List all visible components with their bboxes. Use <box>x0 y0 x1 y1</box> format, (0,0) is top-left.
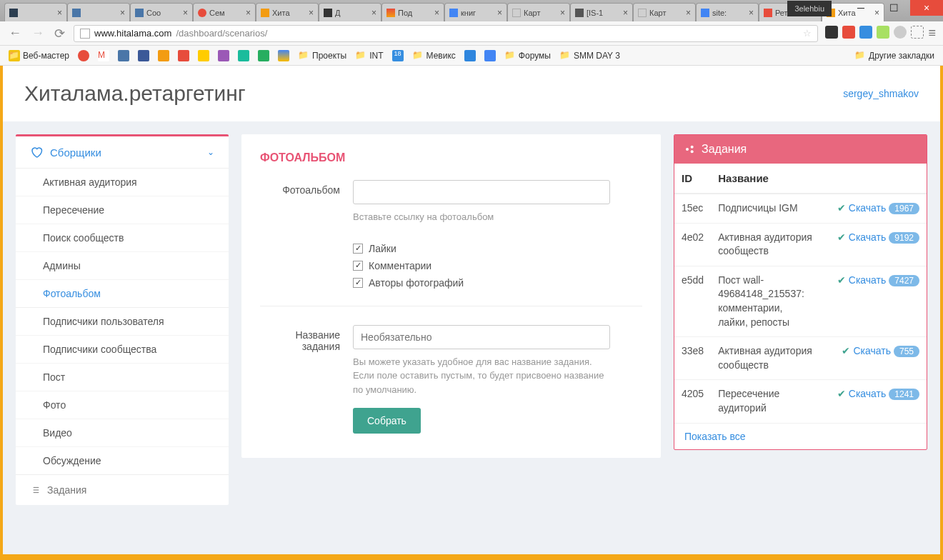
close-icon[interactable]: × <box>309 8 314 18</box>
browser-tab[interactable]: Под× <box>381 3 444 21</box>
user-link[interactable]: sergey_shmakov <box>843 88 919 99</box>
download-link[interactable]: Скачать <box>853 345 891 356</box>
check-icon: ✔ <box>837 202 846 214</box>
checkbox-authors[interactable]: ✓ Авторы фотографий <box>353 274 642 291</box>
ext-icon[interactable] <box>877 26 889 39</box>
close-icon[interactable]: × <box>371 8 376 18</box>
close-icon[interactable]: × <box>246 8 251 18</box>
bookmark[interactable] <box>175 49 192 63</box>
download-link[interactable]: Скачать <box>849 274 887 286</box>
browser-tab[interactable]: Д× <box>319 3 381 21</box>
sidebar-tasks[interactable]: Задания <box>16 474 229 505</box>
sidebar-item-active[interactable]: Фотоальбом <box>16 279 229 307</box>
bookmark[interactable] <box>275 49 292 63</box>
bookmark[interactable]: 📁Веб-мастер <box>6 49 72 63</box>
close-icon[interactable]: × <box>120 8 125 18</box>
address-bar[interactable]: www.hitalama.com/dashboard/scenarios/ ☆ <box>74 25 818 42</box>
sidebar-item[interactable]: Видео <box>16 419 229 446</box>
bookmark[interactable]: 18 <box>389 49 406 63</box>
tab-title: Карт <box>649 9 683 17</box>
browser-user[interactable]: 3elehbiu <box>787 1 832 16</box>
page-icon <box>80 29 90 39</box>
browser-tab[interactable]: Сем× <box>193 3 256 21</box>
browser-tab[interactable]: × <box>67 3 130 21</box>
sidebar-item[interactable]: Админы <box>16 251 229 279</box>
nav-forward[interactable]: → <box>30 26 46 41</box>
url-path: /dashboard/scenarios/ <box>176 28 267 39</box>
bookmark[interactable]: 📁Форумы <box>502 49 554 63</box>
album-input[interactable] <box>353 180 610 204</box>
url-host: www.hitalama.com <box>94 28 171 39</box>
star-icon[interactable]: ☆ <box>803 28 812 39</box>
ext-icon[interactable] <box>825 26 838 39</box>
window-minimize[interactable]: ─ <box>844 0 877 16</box>
sidebar-item[interactable]: Пост <box>16 363 229 391</box>
bookmark[interactable] <box>75 49 92 63</box>
browser-tab[interactable]: книг× <box>444 3 507 21</box>
bookmark[interactable] <box>235 49 252 63</box>
ext-icon[interactable] <box>911 26 924 39</box>
nav-back[interactable]: ← <box>7 26 23 41</box>
sidebar-item[interactable]: Активная аудитория <box>16 169 229 196</box>
bookmark[interactable]: 📁INT <box>352 49 386 63</box>
window-maximize[interactable]: ☐ <box>877 0 910 16</box>
bookmark[interactable]: 📁SMM DAY 3 <box>557 49 623 63</box>
task-id: 33e8 <box>674 337 711 380</box>
tab-title: Карт <box>524 9 557 17</box>
browser-tab[interactable]: site:× <box>696 3 759 21</box>
download-link[interactable]: Скачать <box>849 231 887 243</box>
ext-icon[interactable] <box>894 26 907 39</box>
bookmarks-bar: 📁Веб-мастер M 📁Проекты 📁INT 18 📁Мевикс 📁… <box>0 46 943 66</box>
bookmark[interactable] <box>135 49 152 63</box>
list-icon <box>30 485 40 495</box>
menu-icon[interactable]: ≡ <box>928 26 936 41</box>
bookmark[interactable]: 📁Проекты <box>295 49 349 63</box>
close-icon[interactable]: × <box>749 8 754 18</box>
sidebar-item[interactable]: Фото <box>16 391 229 419</box>
close-icon[interactable]: × <box>183 8 188 18</box>
bookmark[interactable] <box>215 49 232 63</box>
show-all-link[interactable]: Показать все <box>674 424 927 449</box>
sidebar-item[interactable]: Подписчики сообщества <box>16 335 229 363</box>
close-icon[interactable]: × <box>434 8 439 18</box>
close-icon[interactable]: × <box>560 8 565 18</box>
close-icon[interactable]: × <box>497 8 502 18</box>
browser-tab[interactable]: Карт× <box>633 3 696 21</box>
nav-reload[interactable]: ⟳ <box>53 26 66 41</box>
sidebar-item[interactable]: Подписчики пользователя <box>16 308 229 335</box>
table-row: 15ecПодписчицы IGM✔Скачать1967 <box>674 194 927 223</box>
album-hint: Вставьте ссылку на фотоальбом <box>353 210 610 224</box>
browser-tab[interactable]: × <box>4 3 67 21</box>
checkbox-likes[interactable]: ✓ Лайки <box>353 240 642 257</box>
bookmark[interactable]: 📁Мевикс <box>409 49 459 63</box>
browser-tab[interactable]: Хита× <box>256 3 319 21</box>
close-icon[interactable]: × <box>623 8 628 18</box>
window-close[interactable]: × <box>910 0 943 16</box>
other-bookmarks[interactable]: 📁Другие закладки <box>852 49 937 63</box>
bookmark[interactable] <box>195 49 212 63</box>
browser-tab[interactable]: Соо× <box>130 3 193 21</box>
sidebar-item[interactable]: Поиск сообществ <box>16 224 229 251</box>
bookmark[interactable] <box>155 49 172 63</box>
bookmark[interactable]: M <box>95 49 112 63</box>
table-row: 4205Пересечение аудиторий✔Скачать1241 <box>674 380 927 423</box>
sidebar-collectors-header[interactable]: Сборщики ⌄ <box>16 136 229 168</box>
close-icon[interactable]: × <box>57 8 62 18</box>
close-icon[interactable]: × <box>686 8 691 18</box>
ext-icon[interactable] <box>859 26 872 39</box>
bookmark[interactable] <box>255 49 272 63</box>
submit-button[interactable]: Собрать <box>353 408 421 434</box>
bookmark[interactable] <box>482 49 499 63</box>
bookmark[interactable] <box>115 49 132 63</box>
browser-tab[interactable]: Карт× <box>507 3 570 21</box>
sidebar-tasks-label: Задания <box>47 484 86 496</box>
browser-tab[interactable]: [IS-1× <box>570 3 633 21</box>
task-name-input[interactable] <box>353 325 610 349</box>
bookmark[interactable] <box>461 49 479 63</box>
download-link[interactable]: Скачать <box>849 388 887 399</box>
download-link[interactable]: Скачать <box>849 202 887 214</box>
checkbox-comments[interactable]: ✓ Комментарии <box>353 257 642 274</box>
ext-icon[interactable] <box>842 26 855 39</box>
sidebar-item[interactable]: Обсуждение <box>16 446 229 474</box>
sidebar-item[interactable]: Пересечение <box>16 196 229 224</box>
